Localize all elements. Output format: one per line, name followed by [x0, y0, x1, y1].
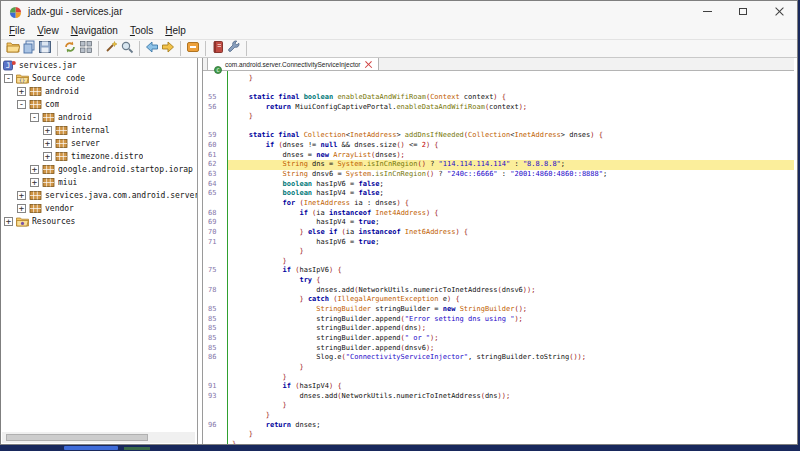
expand-icon[interactable]: + — [30, 165, 39, 174]
expand-icon[interactable]: + — [17, 204, 26, 213]
package-icon — [29, 86, 42, 97]
code-line: } — [203, 363, 794, 373]
preferences-button[interactable] — [226, 41, 241, 56]
code-line: } — [203, 112, 794, 122]
deobfuscation-button[interactable] — [103, 41, 118, 56]
tree-item-timezone-distro[interactable]: +timezone.distro — [1, 150, 197, 163]
menu-item-tools[interactable]: Tools — [124, 23, 159, 38]
expand-icon[interactable]: + — [43, 126, 52, 135]
back-button[interactable] — [144, 41, 159, 56]
line-number: 71 — [203, 238, 228, 248]
code-text: for (InetAddress ia : dnses) { — [228, 199, 794, 209]
minimize-button[interactable] — [689, 1, 725, 22]
collapse-icon[interactable]: - — [4, 74, 13, 83]
line-number: 68 — [203, 209, 228, 219]
add-files-button[interactable] — [21, 41, 36, 56]
package-icon — [42, 112, 55, 123]
log-viewer-button[interactable] — [210, 41, 225, 56]
expand-icon[interactable]: + — [4, 217, 13, 226]
forward-button[interactable] — [160, 41, 175, 56]
tree-item-internal[interactable]: +internal — [1, 124, 197, 137]
line-number: 93 — [203, 392, 228, 402]
collapse-icon[interactable]: - — [30, 113, 39, 122]
tab-close-icon[interactable] — [365, 61, 372, 68]
code-line: } — [203, 411, 794, 421]
menu-item-view[interactable]: View — [31, 23, 65, 38]
jar-icon: J — [3, 60, 16, 71]
collapse-icon[interactable]: - — [17, 100, 26, 109]
code-line: try { — [203, 276, 794, 286]
expand-icon[interactable]: + — [43, 152, 52, 161]
titlebar[interactable]: jadx-gui - services.jar — [1, 1, 797, 22]
editor-panel: C com.android.server.ConnectivityService… — [202, 58, 794, 444]
toolbar-separator — [246, 41, 247, 56]
code-text: try { — [228, 276, 794, 286]
tree-item-label: services.java.com.android.server. — [45, 191, 197, 200]
line-number: 85 — [203, 305, 228, 315]
code-text: static final boolean enableDataAndWifiRo… — [228, 93, 794, 103]
editor-tab[interactable]: C com.android.server.ConnectivityService… — [207, 58, 379, 70]
expand-icon[interactable]: + — [43, 139, 52, 148]
code-text: if (ia instanceof Inet4Address) { — [228, 209, 794, 219]
tree-item-android[interactable]: -android — [1, 111, 197, 124]
menu-item-navigation[interactable]: Navigation — [65, 23, 124, 38]
scrollbar-thumb[interactable] — [6, 434, 148, 441]
line-number: 70 — [203, 228, 228, 238]
close-button[interactable] — [761, 1, 797, 22]
menu-item-help[interactable]: Help — [159, 23, 192, 38]
folder-resources-icon — [16, 216, 29, 227]
tree-item-server[interactable]: +server — [1, 137, 197, 150]
flat-packages-button[interactable] — [78, 41, 93, 56]
line-number: 56 — [203, 103, 228, 113]
code-text: return MiuiConfigCaptivePortal.enableDat… — [228, 103, 794, 113]
line-number — [203, 257, 228, 267]
code-line: 65 boolean hasIpV4 = false; — [203, 189, 794, 199]
open-file-button[interactable] — [5, 41, 20, 56]
tree-item-miui[interactable]: +miui — [1, 176, 197, 189]
tree-item-resources[interactable]: +Resources — [1, 215, 197, 228]
horizontal-scrollbar[interactable] — [2, 432, 195, 443]
code-line-highlighted: 62 String dns = System.isInCnRegion() ? … — [203, 160, 794, 170]
code-editor[interactable]: 51 com.setDnsServerAddress(cachedResolve… — [203, 71, 794, 444]
minimize-icon — [703, 11, 712, 12]
tree-item-android[interactable]: +android — [1, 85, 197, 98]
save-all-icon — [38, 40, 52, 58]
tree-item-services-jar[interactable]: Jservices.jar — [1, 59, 197, 72]
code-line: 93 dnses.add(NetworkUtils.numericToInetA… — [203, 392, 794, 402]
tree-item-source-code[interactable]: -{}Source code — [1, 72, 197, 85]
search-button[interactable] — [119, 41, 134, 56]
line-number: 59 — [203, 131, 228, 141]
expand-icon[interactable]: + — [17, 191, 26, 200]
code-text: if (hasIpV4) { — [228, 382, 794, 392]
project-tree-panel[interactable]: Jservices.jar-{}Source code+android-com-… — [1, 58, 198, 444]
code-text: dnses = new ArrayList(dnses); — [228, 151, 794, 161]
code-text: StringBuilder stringBuilder = new String… — [228, 305, 794, 315]
code-line: } — [203, 257, 794, 267]
tree-item-services-java-com-android-server[interactable]: +services.java.com.android.server. — [1, 189, 197, 202]
package-icon — [29, 203, 42, 214]
app-icon — [9, 5, 22, 18]
code-text: hasIpV6 = true; — [228, 238, 794, 248]
expand-icon[interactable]: + — [30, 178, 39, 187]
tree-item-com[interactable]: -com — [1, 98, 197, 111]
code-text: boolean hasIpV6 = false; — [228, 180, 794, 190]
save-all-button[interactable] — [37, 41, 52, 56]
code-text: String dnsv6 = System.isInCnRegion() ? "… — [228, 170, 794, 180]
code-line: 86 Slog.e("ConnectivityServiceInjector",… — [203, 353, 794, 363]
open-file-icon — [6, 40, 20, 58]
svg-text:J: J — [6, 61, 11, 70]
tree-item-vendor[interactable]: +vendor — [1, 202, 197, 215]
tree-item-google-android-startop-iorap[interactable]: +google.android.startop.iorap — [1, 163, 197, 176]
tree-item-label: server — [71, 139, 100, 148]
export-button[interactable] — [185, 41, 200, 56]
folder-source-icon: {} — [16, 73, 29, 84]
expand-icon[interactable]: + — [17, 87, 26, 96]
line-number: 65 — [203, 189, 228, 199]
line-number — [203, 83, 228, 93]
taskbar-green-mark — [124, 447, 150, 450]
reload-button[interactable] — [62, 41, 77, 56]
line-number: 69 — [203, 218, 228, 228]
maximize-button[interactable] — [725, 1, 761, 22]
window-title: jadx-gui - services.jar — [28, 6, 122, 17]
menu-item-file[interactable]: File — [3, 23, 31, 38]
